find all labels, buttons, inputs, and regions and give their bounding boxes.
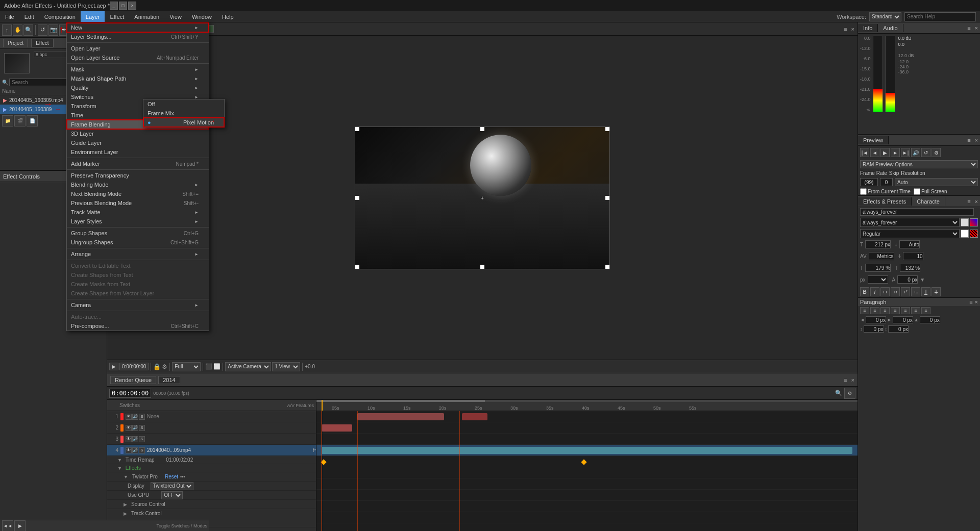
scale-h-input[interactable] xyxy=(865,264,891,272)
prev-step-back[interactable]: ◄ xyxy=(870,148,879,157)
track-input[interactable] xyxy=(903,252,923,260)
prev-last-frame[interactable]: ►| xyxy=(901,148,910,157)
layer-row-3[interactable]: 3 👁 🔊 S xyxy=(107,434,316,445)
font-family-select[interactable]: always_forever xyxy=(860,218,960,227)
keyframe-2[interactable] xyxy=(581,459,586,465)
handle-tl[interactable] xyxy=(355,127,359,131)
layer-solo-1[interactable]: S xyxy=(139,414,145,420)
para-top-indent[interactable] xyxy=(920,316,940,323)
tl-tab-render[interactable]: Render Queue xyxy=(110,376,156,384)
tc-expand[interactable]: ▶ xyxy=(124,511,127,516)
para-justify[interactable]: ≡ xyxy=(891,307,900,314)
new-folder-btn[interactable]: 📁 xyxy=(2,115,13,127)
prev-audio[interactable]: 🔊 xyxy=(911,148,920,157)
layer-audio-1[interactable]: 🔊 xyxy=(132,414,138,420)
keyframe-1[interactable] xyxy=(321,459,326,465)
para-justify-r[interactable]: ≡ xyxy=(911,307,920,314)
tl-tab-comp[interactable]: 2014 xyxy=(158,376,180,384)
para-right-indent[interactable] xyxy=(893,316,913,323)
layer-solo-2[interactable]: S xyxy=(139,425,145,431)
menu-file[interactable]: File xyxy=(0,11,19,22)
tab-info[interactable]: Info xyxy=(858,24,878,32)
menu-mask[interactable]: Mask ► xyxy=(67,65,209,74)
char-bold[interactable]: B xyxy=(860,287,869,296)
track-display[interactable] xyxy=(316,478,857,490)
track-gpu[interactable] xyxy=(316,490,857,501)
layer-audio-3[interactable]: 🔊 xyxy=(132,436,138,442)
menu-window[interactable]: Window xyxy=(187,11,217,22)
rotate-tool[interactable]: ↺ xyxy=(38,24,47,36)
handle-lm[interactable] xyxy=(355,196,359,200)
select-tool[interactable]: ↑ xyxy=(2,24,12,36)
camera-select[interactable]: Active Camera xyxy=(225,362,271,371)
track-row-2[interactable] xyxy=(316,422,857,434)
menu-effect[interactable]: Effect xyxy=(105,11,129,22)
menu-view[interactable]: View xyxy=(164,11,187,22)
menu-new[interactable]: New ► xyxy=(67,23,209,32)
char-unit-sel2[interactable]: ▼ xyxy=(920,277,925,283)
para-align-right[interactable]: ≡ xyxy=(880,307,890,314)
playhead[interactable] xyxy=(322,400,323,411)
layer-audio-4[interactable]: 🔊 xyxy=(132,447,138,453)
skip-field[interactable] xyxy=(880,178,893,186)
sc-expand[interactable]: ▶ xyxy=(124,502,127,507)
menu-composition[interactable]: Composition xyxy=(39,11,81,22)
kern-input[interactable] xyxy=(869,252,894,260)
handle-rm[interactable] xyxy=(605,196,609,200)
font-stroke-swatch[interactable] xyxy=(970,218,978,226)
tab-audio[interactable]: Audio xyxy=(878,24,903,32)
layer-row-1[interactable]: 1 👁 🔊 S None xyxy=(107,411,316,422)
char-small-caps[interactable]: Tt xyxy=(891,287,900,296)
para-align-left[interactable]: ≡ xyxy=(860,307,869,314)
zoom-icon[interactable]: ⚙ xyxy=(162,363,167,370)
layer-video-3[interactable]: 👁 xyxy=(126,436,132,442)
workspace-select[interactable]: Standard xyxy=(869,12,901,21)
char-super[interactable]: T² xyxy=(901,287,910,296)
search-help-input[interactable] xyxy=(904,12,976,21)
layer-row-4[interactable]: 4 👁 🔊 S 20140040...09.mp4 f* xyxy=(107,445,316,456)
region-of-interest[interactable]: ⬛ xyxy=(205,363,212,370)
para-after-space[interactable] xyxy=(888,325,909,333)
px-unit-select[interactable] xyxy=(868,275,888,284)
para-close[interactable]: × xyxy=(975,299,978,305)
quality-select[interactable]: FullHalfQuarter xyxy=(172,362,201,371)
baseline-input[interactable] xyxy=(897,275,918,284)
frame-blend-submenu[interactable]: Off Frame Mix ● Pixel Motion xyxy=(143,99,225,128)
gpu-dropdown[interactable]: OFFON xyxy=(161,491,183,499)
menu-prev-blend[interactable]: Previous Blending Mode Shift+- xyxy=(67,198,209,208)
track-row-4[interactable] xyxy=(316,445,857,456)
menu-layer-settings[interactable]: Layer Settings... Ctrl+Shift+Y xyxy=(67,32,209,41)
char-strikethrough[interactable]: T xyxy=(932,287,941,296)
para-before-space[interactable] xyxy=(864,325,884,333)
maximize-button[interactable]: □ xyxy=(119,2,127,10)
new-footage-btn[interactable]: 📄 xyxy=(27,115,38,127)
window-controls[interactable]: _ □ × xyxy=(110,2,136,10)
minimize-button[interactable]: _ xyxy=(110,2,118,10)
track-time-remap[interactable] xyxy=(316,456,857,467)
fb-off[interactable]: Off xyxy=(143,99,224,109)
menu-arrange[interactable]: Arrange ► xyxy=(67,249,209,259)
menu-add-marker[interactable]: Add Marker Numpad * xyxy=(67,159,209,168)
track-twixtor[interactable] xyxy=(316,467,857,478)
resolution-select[interactable]: AutoFullHalf xyxy=(895,178,978,186)
menu-guide-layer[interactable]: Guide Layer xyxy=(67,138,209,147)
layer-video-1[interactable]: 👁 xyxy=(126,414,132,420)
para-justify-full[interactable]: ≡ xyxy=(901,307,910,314)
hand-tool[interactable]: ✋ xyxy=(13,24,22,36)
frame-rate-field[interactable] xyxy=(860,178,878,186)
char-sub[interactable]: T₂ xyxy=(911,287,920,296)
menu-quality[interactable]: Quality ► xyxy=(67,83,209,92)
menu-layer[interactable]: Layer xyxy=(81,11,105,22)
menu-animation[interactable]: Animation xyxy=(129,11,164,22)
menu-next-blend[interactable]: Next Blending Mode Shift+= xyxy=(67,189,209,198)
layer-video-2[interactable]: 👁 xyxy=(126,425,132,431)
para-menu[interactable]: ≡ xyxy=(969,299,972,305)
leading-input[interactable] xyxy=(899,240,920,248)
snap-icon[interactable]: 🔒 xyxy=(153,363,161,370)
tab-project[interactable]: Project xyxy=(3,39,28,47)
tab-character[interactable]: Characte xyxy=(912,197,945,206)
preview-menu-icon[interactable]: ≡ xyxy=(965,137,972,143)
scale-v-input[interactable] xyxy=(900,264,920,272)
font-style-select[interactable]: Regular xyxy=(860,229,960,238)
char-italic[interactable]: I xyxy=(870,287,879,296)
